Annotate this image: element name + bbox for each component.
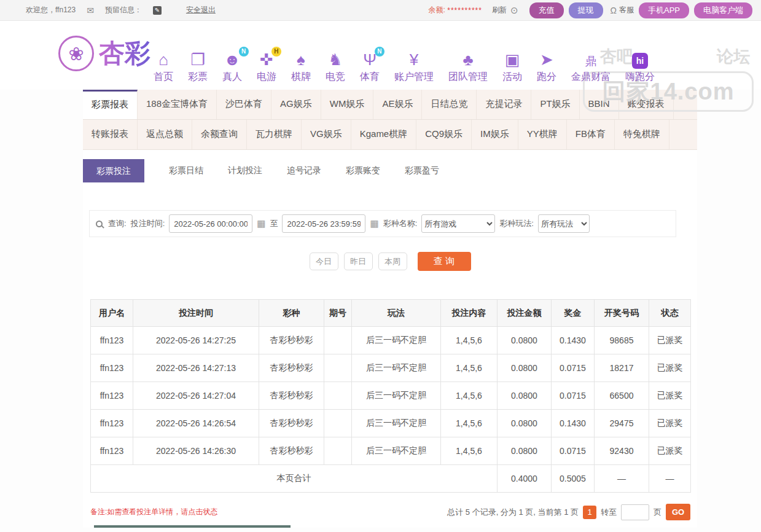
subtab-chase-records[interactable]: 追号记录 — [287, 165, 321, 176]
nav-item-account[interactable]: ¥ 账户管理 — [394, 50, 434, 84]
eye-icon[interactable]: ⊙ — [510, 5, 518, 16]
mobile-app-button[interactable]: 手机APP — [639, 2, 689, 18]
hi-icon: hi — [632, 53, 648, 69]
nav-item-team[interactable]: ♣ 团队管理 — [448, 50, 488, 84]
nav-label: 电竞 — [326, 71, 345, 84]
cell-user: ffn123 — [91, 327, 133, 354]
nav-item-hipaofen[interactable]: hi 嗨跑分 — [625, 53, 655, 84]
subtab-lottery-account-change[interactable]: 彩票账变 — [346, 165, 380, 176]
search-button[interactable]: 查 询 — [418, 252, 471, 271]
tab-deposit-withdraw[interactable]: 充提记录 — [477, 90, 531, 119]
customer-service-link[interactable]: Ω客服 — [611, 5, 634, 15]
tab-rebate-total[interactable]: 返点总额 — [138, 120, 192, 149]
subtab-lottery-bets[interactable]: 彩票投注 — [83, 159, 144, 182]
date-to-input[interactable] — [282, 214, 365, 233]
subtab-lottery-daily[interactable]: 彩票日结 — [169, 165, 203, 176]
tab-saba-sports[interactable]: 沙巴体育 — [217, 90, 271, 119]
cell-status[interactable]: 已派奖 — [649, 327, 691, 354]
nav-item-esports[interactable]: ♞ 电竞 — [326, 50, 345, 84]
cell-lottery: 杏彩秒秒彩 — [259, 410, 324, 437]
footer-note: 备注:如需查看投注单详情，请点击状态 — [90, 507, 217, 517]
calendar-icon[interactable]: ▦ — [370, 218, 378, 229]
nav-label: 真人 — [222, 71, 242, 84]
tab-188-sports[interactable]: 188金宝博体育 — [138, 90, 217, 119]
goto-label: 转至 — [601, 507, 617, 518]
tab-wm[interactable]: WM娱乐 — [321, 90, 374, 119]
reserved-message-label: 预留信息： — [105, 5, 142, 15]
tab-daily-overview[interactable]: 日结总览 — [422, 90, 477, 119]
tab-yy[interactable]: YY棋牌 — [518, 120, 567, 149]
logout-link[interactable]: 安全退出 — [186, 5, 216, 15]
nav-item-paofen[interactable]: ➤ 跑分 — [537, 50, 556, 84]
pagination-summary: 总计 5 个记录, 分为 1 页, 当前第 1 页 — [447, 507, 579, 518]
cell-amount: 0.0800 — [498, 327, 552, 354]
subtab-plan-bets[interactable]: 计划投注 — [228, 165, 262, 176]
calendar-icon[interactable]: ▦ — [257, 218, 265, 229]
tab-wali[interactable]: 瓦力棋牌 — [247, 120, 302, 149]
cell-status[interactable]: 已派奖 — [649, 437, 691, 465]
cell-prize: 0.0715 — [552, 354, 595, 382]
cell-lottery: 杏彩秒秒彩 — [259, 354, 324, 382]
refresh-link[interactable]: 刷新 — [492, 5, 507, 15]
cell-status[interactable]: 已派奖 — [649, 354, 691, 382]
tab-kgame[interactable]: Kgame棋牌 — [351, 120, 417, 149]
nav-label: 体育 — [360, 71, 380, 84]
nav-item-activity[interactable]: ▣ 活动 — [502, 50, 522, 84]
tab-ag[interactable]: AG娱乐 — [271, 90, 321, 119]
ticket-icon: ❐ — [190, 50, 205, 69]
cell-status[interactable]: 已派奖 — [649, 410, 691, 437]
welcome-text: 欢迎您，ffn123 — [26, 5, 76, 15]
tab-tetu[interactable]: 特兔棋牌 — [615, 120, 669, 149]
yesterday-button[interactable]: 昨日 — [344, 252, 373, 270]
tab-cq9[interactable]: CQ9娱乐 — [416, 120, 472, 149]
tripod-icon: 鼎 — [585, 54, 597, 69]
cell-prize: 0.0715 — [552, 437, 595, 465]
mail-icon[interactable]: ✉ — [87, 6, 94, 15]
tab-vg[interactable]: VG娱乐 — [302, 120, 351, 149]
current-page-button[interactable]: 1 — [583, 506, 596, 519]
subtab-lottery-pnl[interactable]: 彩票盈亏 — [405, 165, 439, 176]
nav-item-sports[interactable]: ΨN 体育 — [360, 50, 380, 84]
lottery-name-select[interactable]: 所有游戏 — [421, 214, 495, 233]
header: 杏吧 论坛 回家14.com ❀ 杏彩 ⌂ 首页 ❐ 彩票 ☻N 真人 — [0, 21, 761, 90]
col-bet-time: 投注时间 — [133, 300, 259, 327]
deposit-button[interactable]: 充值 — [529, 2, 564, 18]
tab-pt[interactable]: PT娱乐 — [531, 90, 579, 119]
brand-name: 杏彩 — [99, 36, 150, 71]
cell-status[interactable]: 已派奖 — [649, 382, 691, 410]
cell-content: 1,4,5,6 — [441, 437, 498, 465]
cell-content: 1,4,5,6 — [441, 410, 498, 437]
bet-time-label: 投注时间: — [131, 218, 165, 229]
play-type-select[interactable]: 所有玩法 — [538, 214, 590, 233]
nav-item-boardgames[interactable]: ♠ 棋牌 — [291, 50, 311, 84]
tab-im[interactable]: IM娱乐 — [472, 120, 518, 149]
headset-icon: Ω — [611, 6, 617, 15]
topbar-right: 余额: ********** 刷新 ⊙ 充值 提现 Ω客服 手机APP 电脑客户… — [429, 2, 752, 18]
table-footer: 备注:如需查看投注单详情，请点击状态 总计 5 个记录, 分为 1 页, 当前第… — [90, 504, 690, 520]
esports-icon: ♞ — [328, 50, 342, 69]
withdraw-button[interactable]: 提现 — [569, 2, 603, 18]
nav-item-jinding[interactable]: 鼎 金鼎财富 — [571, 54, 611, 84]
cell-time: 2022-05-26 14:26:54 — [133, 410, 259, 437]
tab-fb[interactable]: FB体育 — [567, 120, 615, 149]
today-button[interactable]: 今日 — [310, 252, 338, 270]
brand-logo[interactable]: ❀ 杏彩 — [58, 36, 150, 71]
nav-item-lottery[interactable]: ❐ 彩票 — [188, 50, 208, 84]
tab-transfer-report[interactable]: 转账报表 — [83, 120, 138, 149]
cell-user: ffn123 — [91, 410, 133, 437]
cell-numbers: 98685 — [595, 327, 649, 354]
goto-page-input[interactable] — [621, 504, 649, 520]
col-issue: 期号 — [324, 300, 352, 327]
nav-item-home[interactable]: ⌂ 首页 — [154, 50, 173, 84]
tab-balance-query[interactable]: 余额查询 — [192, 120, 247, 149]
go-button[interactable]: GO — [666, 504, 690, 520]
this-week-button[interactable]: 本周 — [378, 252, 407, 270]
tab-ae[interactable]: AE娱乐 — [373, 90, 422, 119]
tab-lottery-report[interactable]: 彩票报表 — [83, 90, 138, 119]
nav-item-live[interactable]: ☻N 真人 — [222, 50, 242, 84]
edit-icon[interactable]: ✎ — [153, 6, 162, 15]
nav-item-egames[interactable]: ✜H 电游 — [257, 50, 276, 84]
quick-button-row: 今日 昨日 本周 查 询 — [83, 252, 697, 271]
pc-client-button[interactable]: 电脑客户端 — [694, 2, 752, 18]
date-from-input[interactable] — [169, 214, 252, 233]
